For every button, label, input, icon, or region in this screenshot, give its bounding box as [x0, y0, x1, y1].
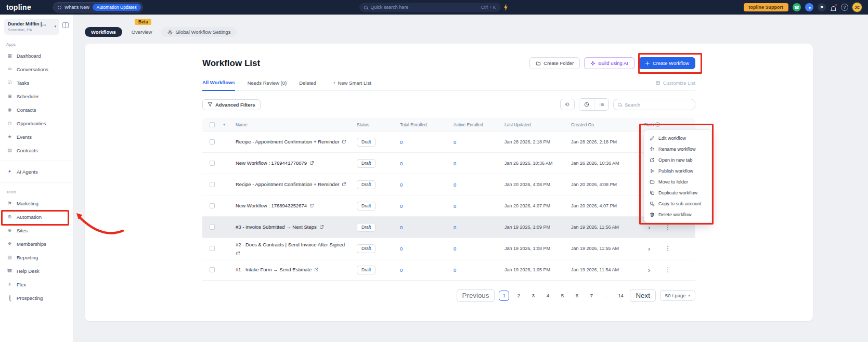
advanced-filters-button[interactable]: Advanced Filters: [202, 99, 261, 110]
active-enrolled-value[interactable]: 0: [454, 182, 504, 188]
expand-chevron-icon[interactable]: ›: [648, 245, 650, 252]
sidebar-item-dashboard[interactable]: ▦Dashboard: [0, 49, 73, 62]
total-enrolled-value[interactable]: 0: [400, 161, 454, 166]
sidebar-item-contracts[interactable]: ▤Contracts: [0, 143, 73, 157]
phone-icon[interactable]: ☎: [793, 3, 801, 11]
workflow-name-link[interactable]: Recipe - Appointment Confirmation + Remi…: [236, 181, 339, 188]
table-row-highlighted[interactable]: #3 - Invoice Submitted → Next Steps Draf…: [202, 217, 695, 238]
create-workflow-button[interactable]: Create Workflow: [639, 57, 695, 69]
announcements-icon[interactable]: ⚑: [818, 3, 826, 11]
account-switcher[interactable]: Dunder Mifflin [... Scranton, PA ▾: [4, 19, 59, 35]
sidebar-item-marketing[interactable]: ⚑Marketing: [0, 196, 73, 210]
avatar[interactable]: JC: [852, 3, 862, 12]
sidebar-item-conversations[interactable]: ✉Conversations: [0, 62, 73, 76]
lightning-icon[interactable]: [503, 4, 509, 11]
workflow-name-link[interactable]: New Workflow : 1768943252674: [236, 202, 307, 209]
active-enrolled-value[interactable]: 0: [454, 203, 504, 209]
menu-item-publish-workflow[interactable]: Publish workflow: [644, 165, 711, 176]
external-link-icon[interactable]: [314, 267, 319, 272]
page-number[interactable]: 1: [499, 291, 509, 301]
sidebar-item-events[interactable]: ★Events: [0, 130, 73, 143]
workflow-search[interactable]: [613, 99, 695, 110]
tab-all-workflows[interactable]: All Workflows: [202, 80, 235, 91]
kebab-menu-icon[interactable]: ⋮: [665, 266, 671, 273]
total-enrolled-value[interactable]: 0: [400, 225, 454, 230]
table-row[interactable]: #1 - Intake Form → Send Estimate Draft 0…: [202, 259, 695, 281]
chevron-down-icon[interactable]: ▾: [223, 122, 236, 127]
sidebar-item-reporting[interactable]: ▥Reporting: [0, 251, 73, 264]
table-row[interactable]: #2 - Docs & Contracts | Send Invoice Aft…: [202, 238, 695, 259]
sidebar-item-automation[interactable]: ⚙Automation: [0, 210, 73, 223]
page-number[interactable]: 2: [513, 291, 524, 301]
tab-global-workflow-settings[interactable]: Global Workflow Settings: [161, 27, 237, 37]
expand-chevron-icon[interactable]: ›: [648, 267, 650, 273]
active-enrolled-value[interactable]: 0: [454, 246, 504, 252]
menu-item-duplicate-workflow[interactable]: Duplicate workflow: [644, 187, 711, 198]
external-link-icon[interactable]: [319, 225, 324, 229]
kebab-menu-icon[interactable]: ⋮: [665, 223, 671, 231]
execution-logs-button[interactable]: [579, 99, 594, 110]
list-view-button[interactable]: [594, 99, 608, 110]
sidebar-item-flex[interactable]: ✳Flex: [0, 278, 73, 291]
global-search[interactable]: Ctrl + K: [359, 3, 500, 12]
table-row[interactable]: Recipe - Appointment Confirmation + Remi…: [202, 131, 695, 153]
previous-page-button[interactable]: Previous: [457, 289, 495, 302]
total-enrolled-value[interactable]: 0: [400, 246, 454, 252]
menu-item-edit-workflow[interactable]: Edit workflow: [644, 133, 711, 143]
tab-overview[interactable]: Overview: [125, 27, 159, 37]
external-link-icon[interactable]: [342, 139, 346, 144]
workflow-name-link[interactable]: #2 - Docs & Contracts | Send Invoice Aft…: [236, 241, 345, 248]
select-all-checkbox[interactable]: [210, 122, 215, 127]
workflow-name-link[interactable]: Recipe - Appointment Confirmation + Remi…: [236, 138, 339, 146]
whats-new-pill[interactable]: What's New Automation Updates: [53, 2, 143, 12]
help-icon[interactable]: ?: [841, 4, 848, 11]
row-checkbox[interactable]: [210, 267, 215, 272]
row-checkbox[interactable]: [210, 161, 215, 166]
rocket-icon[interactable]: ▲: [805, 3, 813, 11]
workflow-search-input[interactable]: [625, 102, 691, 108]
workflow-name-link[interactable]: #3 - Invoice Submitted → Next Steps: [236, 223, 317, 231]
sidebar-item-prospecting[interactable]: Prospecting: [0, 291, 73, 305]
total-enrolled-value[interactable]: 0: [400, 139, 454, 145]
total-enrolled-value[interactable]: 0: [400, 182, 454, 188]
sidebar-item-opportunities[interactable]: ◎Opportunities: [0, 116, 73, 130]
external-link-icon[interactable]: [309, 203, 314, 208]
workflow-name-link[interactable]: #1 - Intake Form → Send Estimate: [236, 266, 312, 273]
customize-list-button[interactable]: Customize List: [656, 80, 695, 90]
enrollment-history-button[interactable]: [560, 99, 575, 110]
external-link-icon[interactable]: [342, 182, 346, 187]
page-number[interactable]: 7: [586, 291, 597, 301]
menu-item-copy-to-sub-account[interactable]: Copy to sub-account: [644, 198, 711, 209]
create-folder-button[interactable]: Create Folder: [529, 57, 580, 69]
active-enrolled-value[interactable]: 0: [454, 161, 504, 166]
sidebar-item-scheduler[interactable]: ▣Scheduler: [0, 89, 73, 103]
tab-needs-review[interactable]: Needs Review (0): [248, 80, 287, 90]
total-enrolled-value[interactable]: 0: [400, 203, 454, 209]
build-using-ai-button[interactable]: Build using AI: [584, 57, 634, 69]
table-row[interactable]: Recipe - Appointment Confirmation + Remi…: [202, 174, 695, 195]
table-row[interactable]: New Workflow : 1769441778079 Draft 0 0 J…: [202, 153, 695, 174]
page-number[interactable]: 4: [542, 291, 553, 301]
page-size-select[interactable]: 50 / page▾: [660, 290, 695, 301]
tab-workflows[interactable]: Workflows: [85, 27, 122, 37]
row-checkbox[interactable]: [210, 203, 215, 208]
notifications-button[interactable]: [830, 4, 837, 11]
table-row[interactable]: New Workflow : 1768943252674 Draft 0 0 J…: [202, 195, 695, 217]
page-number[interactable]: 5: [557, 291, 567, 301]
total-enrolled-value[interactable]: 0: [400, 267, 454, 273]
menu-item-rename-workflow[interactable]: Rename workflow: [644, 143, 711, 154]
menu-item-open-in-new-tab[interactable]: Open in new tab: [644, 154, 711, 165]
menu-item-delete-workflow[interactable]: Delete workflow: [644, 209, 711, 220]
tab-deleted[interactable]: Deleted: [299, 80, 316, 90]
row-checkbox[interactable]: [210, 139, 215, 144]
external-link-icon[interactable]: [236, 251, 240, 256]
sidebar-item-ai-agents[interactable]: ✦AI Agents: [0, 165, 73, 178]
expand-chevron-icon[interactable]: ›: [648, 224, 650, 231]
row-checkbox[interactable]: [210, 246, 215, 251]
next-page-button[interactable]: Next: [630, 289, 655, 302]
active-enrolled-value[interactable]: 0: [454, 139, 504, 145]
sidebar-item-contacts[interactable]: ◉Contacts: [0, 103, 73, 116]
active-enrolled-value[interactable]: 0: [454, 225, 504, 230]
sidebar-item-sites[interactable]: ⊕Sites: [0, 223, 73, 237]
row-checkbox[interactable]: [210, 182, 215, 187]
